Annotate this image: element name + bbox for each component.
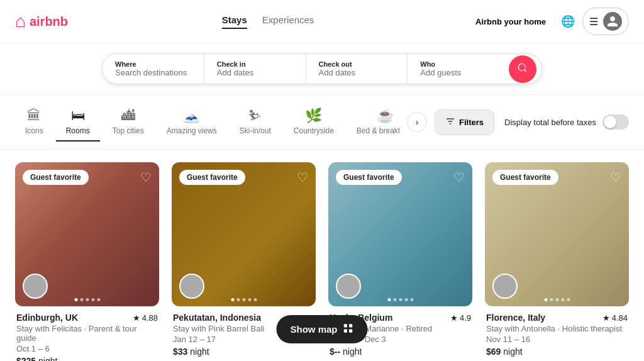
category-item-countryside[interactable]: 🌿 Countryside <box>284 103 344 142</box>
listing-image: Guest favorite ♡ <box>485 162 629 306</box>
category-label-rooms: Rooms <box>66 126 90 135</box>
show-map-container: Show map <box>276 315 367 343</box>
wishlist-button[interactable]: ♡ <box>297 170 308 185</box>
category-label-bed-breakfasts: Bed & breakfasts <box>357 126 399 135</box>
image-dot <box>91 298 94 301</box>
listing-price: $225 night <box>16 356 158 361</box>
show-map-button[interactable]: Show map <box>276 315 367 343</box>
header: ⌂ airbnb Stays Experiences Airbnb your h… <box>0 0 644 43</box>
image-dot <box>231 298 234 301</box>
image-dot <box>567 298 570 301</box>
rating-value: 4.84 <box>612 313 628 323</box>
logo[interactable]: ⌂ airbnb <box>15 11 68 31</box>
image-dot <box>74 298 77 301</box>
checkout-value[interactable]: Add dates <box>319 68 395 77</box>
category-item-ski-in-out[interactable]: ⛷ Ski-in/out <box>230 103 281 142</box>
categories-list: 🏛 Icons 🛏 Rooms 🏙 Top cities 🗻 Amazing v… <box>15 103 399 142</box>
star-icon: ★ <box>133 313 140 323</box>
image-dots <box>544 298 570 301</box>
listing-card[interactable]: Guest favorite ♡ Florence, Italy ★ 4.84 … <box>485 162 629 361</box>
wishlist-button[interactable]: ♡ <box>610 170 621 185</box>
guest-favorite-badge: Guest favorite <box>179 170 245 185</box>
category-icon-bed-breakfasts: ☕ <box>377 108 394 124</box>
categories-bar: 🏛 Icons 🛏 Rooms 🏙 Top cities 🗻 Amazing v… <box>0 95 644 150</box>
nav-stays[interactable]: Stays <box>222 14 247 29</box>
display-total-toggle[interactable] <box>602 114 629 130</box>
listing-info: Edinburgh, UK ★ 4.88 Stay with Felicitas… <box>15 313 159 361</box>
who-label: Who <box>420 60 496 68</box>
host-avatar <box>179 274 204 299</box>
wishlist-button[interactable]: ♡ <box>140 170 152 185</box>
listing-dates: Oct 1 – 6 <box>16 344 158 353</box>
globe-icon[interactable]: 🌐 <box>561 14 575 28</box>
wishlist-button[interactable]: ♡ <box>453 170 465 185</box>
image-dot <box>399 298 402 301</box>
listing-location: Pekutatan, Indonesia <box>173 313 261 323</box>
category-item-amazing-views[interactable]: 🗻 Amazing views <box>157 103 227 142</box>
checkin-value[interactable]: Add dates <box>217 68 293 77</box>
who-value[interactable]: Add guests <box>420 68 496 77</box>
avatar <box>603 12 622 31</box>
category-label-countryside: Countryside <box>294 126 334 135</box>
display-total-label: Display total before taxes <box>504 118 596 127</box>
checkout-section[interactable]: Check out Add dates <box>306 54 408 84</box>
listing-dates: Nov 11 – 16 <box>486 335 628 344</box>
svg-rect-6 <box>349 330 352 333</box>
where-label: Where <box>115 60 191 68</box>
listing-rating: ★ 4.88 <box>133 313 158 323</box>
category-item-top-cities[interactable]: 🏙 Top cities <box>103 103 154 142</box>
listing-location: Florence, Italy <box>486 313 545 323</box>
image-dots <box>387 298 413 301</box>
rating-value: 4.88 <box>142 313 158 323</box>
category-item-rooms[interactable]: 🛏 Rooms <box>56 103 100 142</box>
where-input[interactable]: Search destinations <box>115 68 191 77</box>
search-bar: Where Search destinations Check in Add d… <box>102 53 542 84</box>
search-button[interactable] <box>509 55 536 83</box>
category-label-top-cities: Top cities <box>113 126 144 135</box>
checkin-label: Check in <box>217 60 293 68</box>
star-icon: ★ <box>602 313 610 323</box>
category-item-bed-breakfasts[interactable]: ☕ Bed & breakfasts <box>347 103 399 142</box>
nav-experiences[interactable]: Experiences <box>262 14 314 29</box>
listing-rating: ★ 4.9 <box>450 313 471 323</box>
who-section[interactable]: Who Add guests <box>408 54 509 84</box>
category-label-amazing-views: Amazing views <box>167 126 217 135</box>
where-section[interactable]: Where Search destinations <box>103 54 204 84</box>
image-dot <box>410 298 413 301</box>
logo-text: airbnb <box>30 14 68 29</box>
toggle-knob <box>604 116 616 128</box>
listing-image: Guest favorite ♡ <box>328 162 472 306</box>
listing-title-row: Edinburgh, UK ★ 4.88 <box>16 313 158 323</box>
guest-favorite-badge: Guest favorite <box>492 170 558 185</box>
listing-price: $-- night <box>330 347 471 357</box>
image-dot <box>555 298 558 301</box>
image-dot <box>236 298 240 301</box>
header-right: Airbnb your home 🌐 ☰ <box>468 8 629 35</box>
image-dot <box>544 298 547 301</box>
hamburger-icon: ☰ <box>589 16 598 28</box>
user-menu[interactable]: ☰ <box>582 8 629 35</box>
image-dot <box>97 298 100 301</box>
image-dot <box>86 298 89 301</box>
svg-rect-3 <box>344 324 347 327</box>
category-icon-rooms: 🛏 <box>71 108 85 124</box>
category-item-icons[interactable]: 🏛 Icons <box>15 103 53 142</box>
listing-card[interactable]: Guest favorite ♡ Edinburgh, UK ★ 4.88 St… <box>15 162 159 361</box>
listing-info: Florence, Italy ★ 4.84 Stay with Antonel… <box>485 313 629 357</box>
host-avatar <box>23 274 48 299</box>
guest-favorite-badge: Guest favorite <box>23 170 89 185</box>
host-avatar <box>492 274 518 299</box>
filters-button[interactable]: Filters <box>435 109 494 135</box>
image-dot <box>561 298 564 301</box>
svg-rect-5 <box>344 330 347 333</box>
listing-price: $69 night <box>486 347 628 357</box>
checkin-section[interactable]: Check in Add dates <box>204 54 306 84</box>
listing-title-row: Florence, Italy ★ 4.84 <box>486 313 628 323</box>
rating-value: 4.9 <box>460 313 471 323</box>
airbnb-your-home-button[interactable]: Airbnb your home <box>468 12 553 31</box>
category-icon-icons: 🏛 <box>27 108 41 124</box>
categories-chevron[interactable]: › <box>407 112 427 132</box>
filters-label: Filters <box>459 118 484 127</box>
category-label-icons: Icons <box>25 126 43 135</box>
image-dot <box>242 298 245 301</box>
